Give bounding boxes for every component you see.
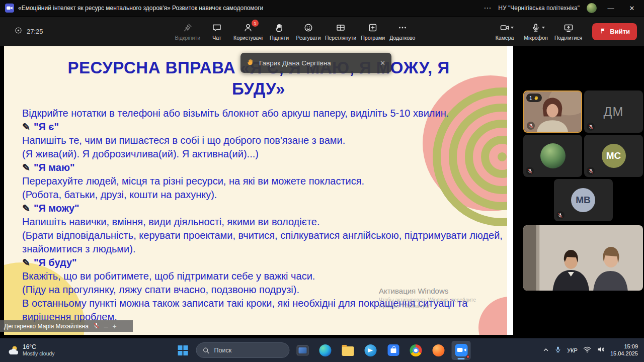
mic-muted-icon <box>526 167 534 175</box>
raise-hand-icon <box>274 22 284 33</box>
pin-icon <box>183 22 193 33</box>
volume-icon[interactable] <box>597 345 605 355</box>
tray-time: 15:09 <box>624 343 638 350</box>
participant-video <box>523 225 643 291</box>
windows-taskbar: 16°C Mostly cloudy Поиск <box>0 338 644 362</box>
mic-muted-icon <box>93 322 100 331</box>
slide-line: ✎"Я можу" <box>22 202 510 215</box>
apps-plus-icon <box>368 22 378 33</box>
participant-initials: МС <box>602 144 626 168</box>
blue-app-icon <box>365 344 377 356</box>
task-view-icon <box>297 345 309 355</box>
participant-tile-video[interactable]: 1 <box>523 90 582 133</box>
chat-button[interactable]: Чат <box>202 21 231 42</box>
chevron-down-icon[interactable] <box>511 27 514 29</box>
edge-button[interactable] <box>316 341 335 360</box>
file-explorer-button[interactable] <box>339 341 358 360</box>
account-avatar[interactable] <box>587 3 597 13</box>
slide-line: Напишіть те, чим ви пишаєтеся в собі і щ… <box>22 134 510 147</box>
slide-line: Перерахуйте людей, місця та різні ресурс… <box>22 174 510 188</box>
slide-body: Відкрийте нотатки в телефоні або візьміт… <box>4 107 510 324</box>
orange-app-button[interactable] <box>429 341 448 360</box>
raise-hand-button[interactable]: Підняти <box>265 21 294 42</box>
titlebar-more-button[interactable]: ⋯ <box>484 4 491 13</box>
task-view-button[interactable] <box>293 341 312 360</box>
smiley-icon <box>303 22 313 33</box>
apps-button[interactable]: Програми <box>358 21 387 42</box>
chat-icon <box>212 22 222 33</box>
participant-initials: ДМ <box>604 105 624 119</box>
mic-muted-icon <box>587 167 595 175</box>
pencil-icon: ✎ <box>22 122 30 132</box>
start-button[interactable] <box>174 341 193 360</box>
folder-icon <box>342 346 354 356</box>
close-button[interactable]: ✕ <box>625 5 639 12</box>
react-button[interactable]: Реагувати <box>294 21 323 42</box>
zoom-meeting-window: «Емоційний інтелект як ресурс ментальног… <box>0 0 644 362</box>
pencil-icon: ✎ <box>22 203 30 214</box>
windows-logo-icon <box>178 345 188 355</box>
participants-button[interactable]: 1 Користувачі <box>231 21 265 42</box>
account-name: НУ "Чернігівська політехніка" <box>498 5 580 12</box>
participant-initials: МВ <box>571 188 595 212</box>
weather-temperature: 16°C <box>23 344 55 351</box>
view-button[interactable]: Переглянути <box>323 21 358 42</box>
window-titlebar: «Емоційний інтелект як ресурс ментальног… <box>0 0 644 16</box>
slide-line: ✎"Я є" <box>22 120 510 134</box>
leave-flag-icon <box>599 27 606 36</box>
slide-line: ✎"Я маю" <box>22 161 510 174</box>
presenter-name: Дегтяренко Марія Михайлівна <box>4 323 89 330</box>
hand-icon <box>247 58 254 68</box>
participant-tile-initials[interactable]: МС <box>584 135 643 177</box>
chrome-icon <box>410 344 422 356</box>
zoom-icon <box>455 344 467 356</box>
mic-muted-icon <box>556 211 565 219</box>
unpin-button[interactable]: Відкріпити <box>173 21 202 42</box>
taskbar-search[interactable]: Поиск <box>196 342 290 358</box>
notification-dot <box>466 355 470 358</box>
tray-microphone-icon[interactable] <box>554 346 561 355</box>
zoom-out-button[interactable]: – <box>104 323 108 330</box>
slide-line: ✎"Я буду" <box>22 256 510 269</box>
participant-avatar <box>540 143 566 168</box>
slide-line: Відкрийте нотатки в телефоні або візьміт… <box>22 107 510 120</box>
meeting-timer: 27:25 <box>27 28 43 35</box>
chrome-button[interactable] <box>407 341 426 360</box>
camera-icon <box>500 22 510 33</box>
tray-chevron-up-icon[interactable] <box>543 346 549 355</box>
more-button[interactable]: Додатково <box>387 21 417 42</box>
microphone-button[interactable]: Мікрофон <box>521 21 550 42</box>
notification-participant-name: Гаврик Діана Сергіївна <box>259 59 331 67</box>
zoom-in-button[interactable]: + <box>113 323 117 330</box>
store-button[interactable] <box>384 341 403 360</box>
clock[interactable]: 15:09 15.04.2025 <box>610 343 638 357</box>
minimize-button[interactable]: — <box>604 5 618 12</box>
slide-line: (Брати відповідальність, керувати проект… <box>22 229 510 256</box>
participant-tile-video-large[interactable] <box>523 225 643 291</box>
slide-line: (Робота, батьки, друзі, кошти на рахунку… <box>22 188 510 202</box>
edge-icon <box>319 344 332 356</box>
store-icon <box>387 344 399 356</box>
blue-app-button[interactable] <box>361 341 380 360</box>
language-indicator[interactable]: УКР <box>567 347 578 353</box>
participant-tile-initials[interactable]: ДМ <box>584 90 643 133</box>
weather-widget[interactable]: 16°C Mostly cloudy <box>0 338 61 362</box>
mic-muted-icon <box>587 123 595 131</box>
leave-meeting-button[interactable]: Вийти <box>592 23 637 40</box>
notification-close-button[interactable]: ✕ <box>380 59 385 67</box>
presenter-name-label: Дегтяренко Марія Михайлівна – + <box>0 320 133 332</box>
zoom-taskbar-button[interactable] <box>452 341 471 360</box>
raised-hand-badge: 1 <box>526 94 542 102</box>
slide-line: (Піду на прогулянку, ляжу спати вчасно, … <box>22 283 510 297</box>
ellipsis-icon <box>397 22 408 33</box>
weather-icon <box>6 344 19 357</box>
grid-view-icon <box>336 22 346 33</box>
chevron-down-icon[interactable] <box>542 27 545 29</box>
search-placeholder: Поиск <box>214 347 232 354</box>
participant-tile-initials[interactable]: МВ <box>554 179 613 221</box>
participant-tile-avatar[interactable] <box>523 135 582 177</box>
share-screen-button[interactable]: Поділитися <box>552 21 584 42</box>
wifi-icon[interactable] <box>583 345 591 355</box>
camera-button[interactable]: Камера <box>490 21 519 42</box>
slide-line: Напишіть навички, вміння, види діяльност… <box>22 215 510 229</box>
